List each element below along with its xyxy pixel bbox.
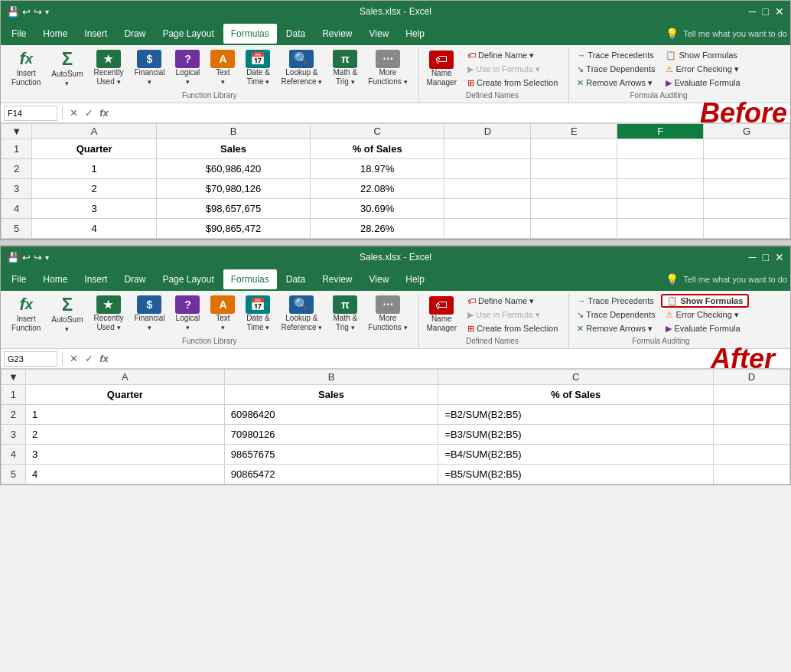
undo-icon[interactable]: ↩: [22, 6, 31, 18]
logical-btn[interactable]: ? Logical▾: [171, 48, 204, 88]
menu-insert-b[interactable]: Insert: [76, 269, 115, 289]
cell-b5-top[interactable]: $90,865,472: [157, 219, 311, 239]
show-formulas-btn[interactable]: 📋 Show Formulas: [661, 48, 744, 62]
more-functions-btn-b[interactable]: ⋯ MoreFunctions ▾: [363, 294, 412, 334]
recently-used-btn-b[interactable]: ★ RecentlyUsed ▾: [90, 294, 129, 334]
text-btn[interactable]: A Text▾: [206, 48, 239, 88]
cell-a1-bottom[interactable]: Quarter: [25, 385, 224, 405]
menu-view[interactable]: View: [362, 24, 397, 44]
autosum-btn-b[interactable]: Σ AutoSum▾: [47, 294, 87, 334]
remove-arrows-btn-b[interactable]: ✕ Remove Arrows ▾: [572, 321, 659, 335]
menu-data-b[interactable]: Data: [278, 269, 313, 289]
cell-f2-top[interactable]: [617, 159, 704, 179]
cell-c1-top[interactable]: % of Sales: [310, 139, 444, 159]
cell-d3-bottom[interactable]: [714, 425, 790, 445]
minimize-btn-bottom[interactable]: ─: [749, 251, 757, 263]
col-c-bottom[interactable]: C: [438, 370, 714, 385]
col-g-top[interactable]: G: [704, 124, 790, 139]
menu-help[interactable]: Help: [398, 24, 432, 44]
cell-b1-top[interactable]: Sales: [157, 139, 311, 159]
row-1-header-bottom[interactable]: 1: [2, 385, 26, 405]
cell-b3-bottom[interactable]: 70980126: [224, 425, 438, 445]
insert-function-btn[interactable]: fx InsertFunction: [7, 48, 45, 88]
cell-c5-bottom[interactable]: =B5/SUM(B2:B5): [438, 465, 714, 484]
maximize-btn[interactable]: □: [763, 5, 769, 18]
insert-function-btn-b[interactable]: fx InsertFunction: [7, 294, 45, 334]
menu-formulas[interactable]: Formulas: [223, 24, 277, 44]
top-name-box[interactable]: F14: [4, 106, 57, 121]
cell-c2-top[interactable]: 18.97%: [310, 159, 444, 179]
cell-a2-bottom[interactable]: 1: [25, 405, 224, 425]
maximize-btn-bottom[interactable]: □: [763, 251, 769, 263]
col-a-top[interactable]: A: [32, 124, 157, 139]
row-5-header-top[interactable]: 5: [2, 219, 32, 239]
cell-b1-bottom[interactable]: Sales: [224, 385, 438, 405]
use-in-formula-btn[interactable]: ▶ Use in Formula ▾: [463, 62, 562, 76]
insert-func-icon-b[interactable]: fx: [98, 353, 110, 364]
cell-a3-bottom[interactable]: 2: [25, 425, 224, 445]
cell-d2-top[interactable]: [444, 159, 531, 179]
show-formulas-btn-b[interactable]: 📋 Show Formulas: [661, 294, 749, 308]
menu-file[interactable]: File: [4, 24, 34, 44]
cell-b3-top[interactable]: $70,980,126: [157, 179, 311, 199]
search-bar[interactable]: Tell me what you want to do: [683, 29, 787, 38]
customize-qat-icon[interactable]: ▾: [45, 8, 49, 16]
col-b-bottom[interactable]: B: [224, 370, 438, 385]
menu-pagelayout[interactable]: Page Layout: [155, 24, 221, 44]
define-name-btn-b[interactable]: 🏷 Define Name ▾: [463, 294, 562, 308]
cell-f1-top[interactable]: [617, 139, 704, 159]
col-f-top[interactable]: F: [617, 124, 704, 139]
minimize-btn[interactable]: ─: [749, 5, 757, 18]
cell-b4-bottom[interactable]: 98657675: [224, 445, 438, 465]
save-icon-bottom[interactable]: 💾: [7, 252, 19, 263]
name-manager-btn-b[interactable]: 🏷 NameManager: [422, 295, 461, 334]
cell-c4-bottom[interactable]: =B4/SUM(B2:B5): [438, 445, 714, 465]
autosum-btn[interactable]: Σ AutoSum▾: [47, 48, 87, 88]
cell-c4-top[interactable]: 30.69%: [310, 199, 444, 219]
cell-a4-top[interactable]: 3: [32, 199, 157, 219]
row-1-header-top[interactable]: 1: [2, 139, 32, 159]
evaluate-formula-btn[interactable]: ▶ Evaluate Formula: [661, 76, 744, 90]
define-name-btn[interactable]: 🏷 Define Name ▾: [463, 48, 562, 62]
customize-qat-icon-bottom[interactable]: ▾: [45, 253, 49, 262]
cell-c2-bottom[interactable]: =B2/SUM(B2:B5): [438, 405, 714, 425]
create-from-selection-btn[interactable]: ⊞ Create from Selection: [463, 76, 562, 90]
row-3-header-top[interactable]: 3: [2, 179, 32, 199]
cell-c1-bottom[interactable]: % of Sales: [438, 385, 714, 405]
cell-d3-top[interactable]: [444, 179, 531, 199]
more-functions-btn[interactable]: ⋯ MoreFunctions ▾: [363, 48, 412, 88]
menu-home[interactable]: Home: [35, 24, 75, 44]
menu-file-b[interactable]: File: [4, 269, 34, 289]
col-c-top[interactable]: C: [310, 124, 444, 139]
menu-review-b[interactable]: Review: [314, 269, 360, 289]
col-d-bottom[interactable]: D: [714, 370, 790, 385]
cell-e4-top[interactable]: [531, 199, 617, 219]
recently-used-btn[interactable]: ★ RecentlyUsed ▾: [90, 48, 129, 88]
cell-a5-top[interactable]: 4: [32, 219, 157, 239]
create-from-selection-btn-b[interactable]: ⊞ Create from Selection: [463, 321, 562, 335]
trace-dependents-btn[interactable]: ↘ Trace Dependents: [572, 62, 659, 76]
math-btn-b[interactable]: π Math &Trig ▾: [328, 294, 362, 334]
insert-func-icon[interactable]: fx: [98, 107, 110, 119]
cell-e3-top[interactable]: [531, 179, 617, 199]
bottom-name-box[interactable]: G23: [4, 351, 57, 367]
cell-a3-top[interactable]: 2: [32, 179, 157, 199]
save-icon[interactable]: 💾: [7, 6, 19, 18]
cell-f5-top[interactable]: [617, 219, 704, 239]
menu-insert[interactable]: Insert: [76, 24, 115, 44]
use-in-formula-btn-b[interactable]: ▶ Use in Formula ▾: [463, 308, 562, 321]
cell-d2-bottom[interactable]: [714, 405, 790, 425]
math-btn[interactable]: π Math &Trig ▾: [328, 48, 362, 88]
redo-icon-bottom[interactable]: ↪: [34, 252, 42, 263]
menu-help-b[interactable]: Help: [398, 269, 432, 289]
menu-review[interactable]: Review: [314, 24, 360, 44]
cell-e5-top[interactable]: [531, 219, 617, 239]
row-4-header-top[interactable]: 4: [2, 199, 32, 219]
financial-btn-b[interactable]: $ Financial▾: [129, 294, 169, 334]
row-2-header-bottom[interactable]: 2: [2, 405, 26, 425]
lookup-btn[interactable]: 🔍 Lookup &Reference ▾: [276, 48, 327, 88]
cell-d1-bottom[interactable]: [714, 385, 790, 405]
col-e-top[interactable]: E: [531, 124, 617, 139]
datetime-btn-b[interactable]: 📅 Date &Time ▾: [241, 294, 275, 334]
col-b-top[interactable]: B: [157, 124, 311, 139]
